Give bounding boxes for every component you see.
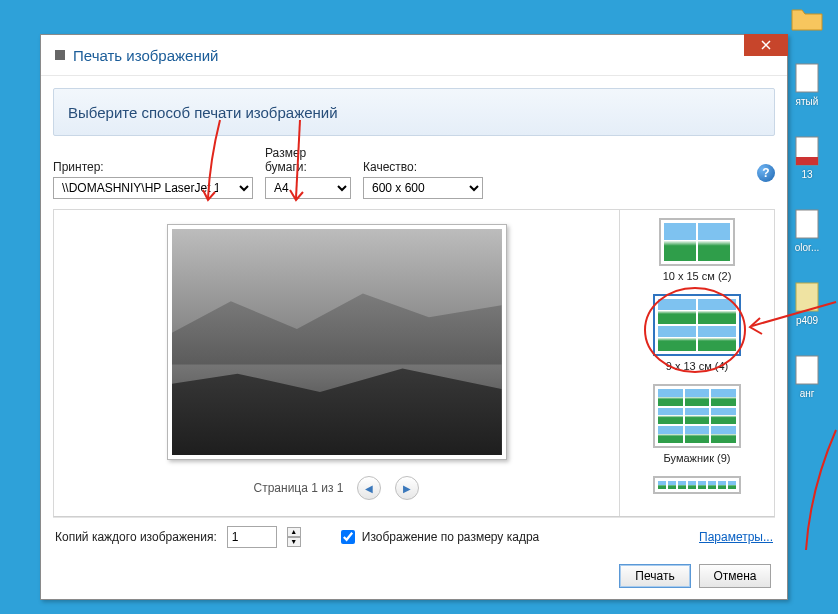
desktop-file-1[interactable]: ятый — [784, 62, 830, 107]
layout-list[interactable]: 10 x 15 см (2) 9 x 13 см (4) — [620, 210, 774, 516]
svg-rect-3 — [796, 210, 818, 238]
dialog-titlebar[interactable]: Печать изображений — [41, 35, 787, 76]
page-indicator: Страница 1 из 1 — [254, 481, 344, 495]
layout-10x15[interactable]: 10 x 15 см (2) — [659, 218, 735, 282]
cancel-button[interactable]: Отмена — [699, 564, 771, 588]
printer-label: Принтер: — [53, 160, 253, 174]
page-preview — [167, 224, 507, 460]
svg-rect-2 — [796, 157, 818, 165]
options-link[interactable]: Параметры... — [699, 530, 773, 544]
prev-page-button[interactable]: ◀ — [357, 476, 381, 500]
quality-label: Качество: — [363, 160, 483, 174]
desktop-file-5[interactable]: анг — [784, 354, 830, 399]
desktop-file-3[interactable]: olor... — [784, 208, 830, 253]
desktop-folder-icon[interactable] — [784, 4, 830, 34]
copies-label: Копий каждого изображения: — [55, 530, 217, 544]
printer-select[interactable]: \\DOMASHNIY\HP LaserJet 1020 — [53, 177, 253, 199]
copies-down-button[interactable]: ▼ — [287, 537, 301, 547]
layout-wallet[interactable]: Бумажник (9) — [653, 384, 741, 464]
svg-rect-0 — [796, 64, 818, 92]
copies-up-button[interactable]: ▲ — [287, 527, 301, 537]
next-page-button[interactable]: ▶ — [395, 476, 419, 500]
help-icon[interactable]: ? — [757, 164, 775, 182]
close-button[interactable] — [744, 34, 788, 56]
layout-9x13[interactable]: 9 x 13 см (4) — [653, 294, 741, 372]
quality-select[interactable]: 600 x 600 — [363, 177, 483, 199]
desktop-file-2[interactable]: 13 — [784, 135, 830, 180]
preview-pane: Страница 1 из 1 ◀ ▶ — [54, 210, 620, 516]
fit-frame-checkbox[interactable] — [341, 530, 355, 544]
paper-size-select[interactable]: A4 — [265, 177, 351, 199]
paper-size-label: Размер бумаги: — [265, 146, 351, 174]
desktop-file-4[interactable]: p409 — [784, 281, 830, 326]
svg-rect-4 — [796, 283, 818, 311]
layout-contact-sheet[interactable] — [653, 476, 741, 494]
svg-rect-5 — [796, 356, 818, 384]
print-icon — [55, 50, 65, 60]
copies-input[interactable] — [227, 526, 277, 548]
instruction-banner: Выберите способ печати изображений — [53, 88, 775, 136]
print-dialog: Печать изображений Выберите способ печат… — [40, 34, 788, 600]
dialog-title: Печать изображений — [73, 47, 218, 64]
print-button[interactable]: Печать — [619, 564, 691, 588]
fit-frame-label: Изображение по размеру кадра — [362, 530, 539, 544]
